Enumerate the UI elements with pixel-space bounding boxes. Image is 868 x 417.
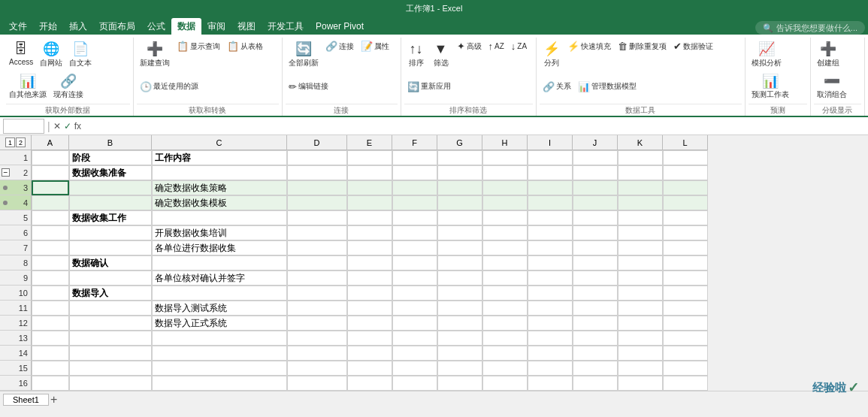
cell-K11[interactable] [618,301,663,316]
cancel-icon[interactable]: ✕ [53,121,61,131]
cell-F7[interactable] [392,240,437,255]
ribbon-btn-显示查询[interactable]: 📋显示查询 [174,39,223,53]
cell-L11[interactable] [663,301,708,316]
cell-E8[interactable] [347,255,392,270]
cell-H1[interactable] [482,150,528,165]
cell-K3[interactable] [618,180,663,195]
cell-G6[interactable] [437,225,482,240]
cell-A9[interactable] [32,270,69,286]
cell-A1[interactable] [32,150,69,165]
cell-E16[interactable] [347,376,392,391]
cell-G1[interactable] [437,150,482,165]
cell-B16[interactable] [69,376,152,391]
ribbon-btn-新建查询[interactable]: ➕新建查询 [137,39,173,71]
col-header-J[interactable]: J [573,135,618,150]
cell-C1[interactable]: 工作内容 [152,150,287,165]
cell-A16[interactable] [32,376,69,391]
row-header-8[interactable]: 8 [0,255,32,270]
cell-E6[interactable] [347,225,392,240]
cell-G5[interactable] [437,210,482,225]
function-icon[interactable]: fx [74,121,81,131]
cell-I6[interactable] [528,225,573,240]
cell-I8[interactable] [528,255,573,270]
cell-C11[interactable]: 数据导入测试系统 [152,301,287,316]
cell-D3[interactable] [287,180,347,195]
cell-F5[interactable] [392,210,437,225]
ribbon-btn-快速填充[interactable]: ⚡快速填充 [564,39,614,53]
cell-C5[interactable] [152,210,287,225]
cell-I5[interactable] [528,210,573,225]
cell-A10[interactable] [32,286,69,301]
cell-C6[interactable]: 开展数据收集培训 [152,225,287,240]
cell-J15[interactable] [573,361,618,376]
cell-F4[interactable] [392,195,437,210]
cell-J5[interactable] [573,210,618,225]
cell-E4[interactable] [347,195,392,210]
cell-K13[interactable] [618,331,663,346]
cell-G12[interactable] [437,316,482,331]
cell-F15[interactable] [392,361,437,376]
cell-J16[interactable] [573,376,618,391]
sheet-tab-sheet1[interactable]: Sheet1 [3,394,49,406]
row-header-7[interactable]: 7 [0,240,32,255]
cell-F3[interactable] [392,180,437,195]
ribbon-btn-ZA[interactable]: ↓ZA [508,39,530,53]
formula-input[interactable] [84,119,865,134]
cell-A11[interactable] [32,301,69,316]
row-header-16[interactable]: 16 [0,376,32,391]
ribbon-btn-属性[interactable]: 📝属性 [358,39,392,53]
menu-item-审阅[interactable]: 审阅 [201,18,231,35]
ribbon-btn-分列[interactable]: ⚡分列 [540,39,564,71]
cell-D10[interactable] [287,286,347,301]
row-header-2[interactable]: −2 [0,165,32,180]
cell-D16[interactable] [287,376,347,391]
col-header-B[interactable]: B [69,135,152,150]
cell-J7[interactable] [573,240,618,255]
ribbon-btn-重新应用[interactable]: 🔄重新应用 [404,80,454,94]
cell-K6[interactable] [618,225,663,240]
cell-H5[interactable] [482,210,528,225]
row-header-15[interactable]: 15 [0,361,32,376]
cell-J14[interactable] [573,346,618,361]
cell-D12[interactable] [287,316,347,331]
cell-A5[interactable] [32,210,69,225]
cell-G3[interactable] [437,180,482,195]
cell-G10[interactable] [437,286,482,301]
cell-E7[interactable] [347,240,392,255]
cell-H11[interactable] [482,301,528,316]
cell-B10[interactable]: 数据导入 [69,286,152,301]
cell-D13[interactable] [287,331,347,346]
cell-F2[interactable] [392,165,437,180]
cell-B12[interactable] [69,316,152,331]
cell-C2[interactable] [152,165,287,180]
cell-L15[interactable] [663,361,708,376]
cell-I4[interactable] [528,195,573,210]
ribbon-btn-管理数据模型[interactable]: 📊管理数据模型 [575,80,640,94]
cell-A14[interactable] [32,346,69,361]
menu-item-Power Pivot[interactable]: Power Pivot [310,18,370,35]
cell-H15[interactable] [482,361,528,376]
cell-G4[interactable] [437,195,482,210]
row-header-1[interactable]: 1 [0,150,32,165]
cell-K15[interactable] [618,361,663,376]
cell-A2[interactable] [32,165,69,180]
col-header-F[interactable]: F [392,135,437,150]
cell-D5[interactable] [287,210,347,225]
cell-K2[interactable] [618,165,663,180]
cell-B14[interactable] [69,346,152,361]
cell-B9[interactable] [69,270,152,286]
cell-G11[interactable] [437,301,482,316]
ribbon-btn-从表格[interactable]: 📋从表格 [224,39,266,53]
ribbon-btn-数据验证[interactable]: ✔数据验证 [670,39,716,53]
ribbon-btn-创建组[interactable]: ➕创建组 [814,39,842,71]
cell-L6[interactable] [663,225,708,240]
cell-J4[interactable] [573,195,618,210]
cell-L2[interactable] [663,165,708,180]
cell-G8[interactable] [437,255,482,270]
ribbon-btn-全部刷新[interactable]: 🔄全部刷新 [286,39,322,71]
cell-A6[interactable] [32,225,69,240]
cell-J2[interactable] [573,165,618,180]
cell-D4[interactable] [287,195,347,210]
name-box[interactable]: A3 [3,119,44,134]
col-header-I[interactable]: I [528,135,573,150]
